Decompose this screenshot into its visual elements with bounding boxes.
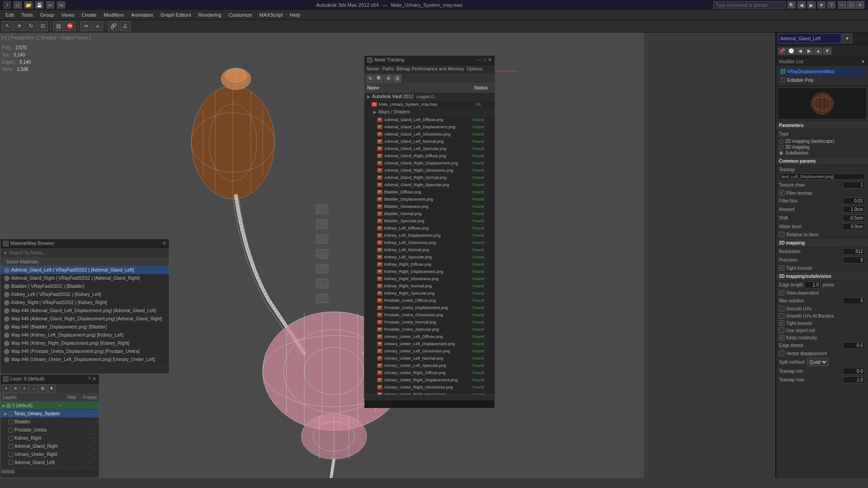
at-list-item[interactable]: PUrinary_Ureter_Left_Glossiness.pngFound [364,347,495,355]
max-subdivs-value[interactable]: 5 [843,297,865,304]
layer-item[interactable]: Kidney_Left—— [0,467,99,469]
material-list-item[interactable]: Map #46 (Adrenal_Gland_Right_Displacemen… [0,315,169,323]
smooth-uvs-check[interactable] [779,306,784,311]
layer-freeze-toggle[interactable]: — [81,419,99,424]
tool-move[interactable]: ✛ [14,21,24,31]
modifier-name-field[interactable]: Adrenal_Gland_Left [778,33,841,43]
vec-disp-check[interactable] [779,351,784,356]
at-list-item[interactable]: PBladder_Glossiness.pngFound [364,203,495,210]
at-group-item[interactable]: ▶Autodesk Vault 2012Logged O... [364,93,495,101]
smooth-borders-check[interactable] [779,313,784,319]
layer-add-sel-btn[interactable]: + [20,385,28,393]
resolution-value[interactable]: 512 [843,248,865,255]
search-options-icon[interactable]: ▼ [817,1,826,9]
layer-create-btn[interactable]: + [2,385,10,393]
rp-history-btn[interactable]: 🕐 [787,47,795,55]
edge-length-value[interactable]: 1.0 [805,282,821,288]
tool-link[interactable]: ⛓ [53,21,64,31]
at-minimize[interactable]: — [477,57,481,62]
rp-nav-prev-btn[interactable]: ◀ [796,47,804,55]
rp-pin-btn[interactable]: 📌 [778,47,786,55]
material-list-item[interactable]: Adrenal_Gland_Right ( VRayFastSSS2 ) [Ad… [0,274,169,282]
menu-item-animation[interactable]: Animation [127,11,157,19]
layer-vis-toggle[interactable]: — [63,403,81,408]
water-level-value[interactable]: 0.0cm [843,223,865,230]
amount-value[interactable]: 1.0cm [843,206,865,213]
tool-rotate[interactable]: ↻ [25,21,36,31]
menu-item-help[interactable]: Help [287,11,304,19]
modifier-item-vray[interactable]: VRayDisplacementMod [778,67,866,75]
view-dep-check[interactable]: ✓ [779,290,784,296]
material-list-item[interactable]: Kidney_Left ( VRayFastSSS2 ) [Kidney_Lef… [0,291,169,299]
win-minimize[interactable]: — [838,1,846,9]
tb-redo[interactable]: ↪ [57,1,65,9]
layer-item[interactable]: Bladder—— [0,418,99,426]
menu-item-modifiers[interactable]: Modifiers [100,11,127,19]
layers-hscroll[interactable] [0,469,99,474]
at-list-item[interactable]: PUrinary_Ureter_Right_Glossiness.pngFoun… [364,384,495,391]
material-list-item[interactable]: Bladder ( VRayFastSSS2 ) [Bladder] [0,282,169,291]
layer-freeze-toggle[interactable]: — [81,403,99,408]
layer-freeze-toggle[interactable]: — [81,452,99,457]
material-list-item[interactable]: Map #46 (Prostate_Uretra_Displacement.pn… [0,347,169,356]
rp-nav-next-btn[interactable]: ▶ [805,47,813,55]
at-list-item[interactable]: PKidney_Left_Glossiness.pngFound [364,239,495,246]
filter-blur-value[interactable]: 0.01 [843,197,865,204]
menu-item-graph-editors[interactable]: Graph Editors [157,11,195,19]
material-list-item[interactable]: Kidney_Right ( VRayFastSSS2 ) [Kidney_Ri… [0,299,169,307]
layer-vis-toggle[interactable]: — [63,436,81,441]
layer-freeze-toggle[interactable]: — [81,460,99,465]
layer-item[interactable]: ▶ 0 (default)✓—— [0,402,99,410]
at-list-item[interactable]: PBladder_Normal.pngFound [364,210,495,217]
layer-item[interactable]: Urinary_Ureter_Right—— [0,450,99,459]
layer-vis-toggle[interactable]: — [63,419,81,424]
tool-select[interactable]: ↖ [2,21,13,31]
at-list-item[interactable]: PUrinary_Ureter_Right_Normal.pngFound [364,391,495,394]
tool-angle[interactable]: ∠ [120,21,131,31]
tight-bounds-check[interactable]: ✓ [779,265,784,271]
tex-chan-value[interactable]: 1 [843,182,865,188]
at-list-item[interactable]: PBladder_Displacement.pngFound [364,196,495,203]
material-list-item[interactable]: Map #46 (Kidney_Left_Displacement.png) [… [0,331,169,339]
layer-settings-btn[interactable]: ⚙ [38,385,47,393]
at-menu-options[interactable]: Options [467,66,482,71]
material-list-item[interactable]: Map #46 (Urinary_Ureter_Left_Displacemen… [0,356,169,364]
tool-align[interactable]: ≡ [92,21,103,31]
precision-value[interactable]: 8 [843,257,865,263]
layer-vis-toggle[interactable]: — [63,460,81,465]
modifier-list-dropdown-btn[interactable]: ▼ [861,59,865,64]
at-list-item[interactable]: PAdrenal_Gland_Left_Diffuse.pngFound [364,116,495,123]
at-list-item[interactable]: PBladder_Diffuse.pngFound [364,188,495,196]
at-list-item[interactable]: PBladder_Specular.pngFound [364,217,495,225]
layer-vis-toggle[interactable]: — [63,468,81,469]
at-maximize[interactable]: □ [483,57,486,62]
at-menu-bitmap-performance-and-memory[interactable]: Bitmap Performance and Memory [396,66,464,71]
edge-thresh-value[interactable]: 0.5 [843,342,865,349]
search-input[interactable] [713,1,786,9]
win-close[interactable]: ✕ [856,1,864,9]
layer-freeze-toggle[interactable]: — [81,468,99,469]
at-list-item[interactable]: PKidney_Right_Normal.pngFound [364,282,495,290]
at-list-item[interactable]: PKidney_Right_Displacement.pngFound [364,268,495,275]
filter-texmap-check[interactable]: ✓ [779,190,784,196]
tb-undo[interactable]: ↩ [46,1,54,9]
menu-item-customize[interactable]: Customize [225,11,256,19]
layers-close[interactable]: ✕ [92,376,96,382]
layer-vis-toggle[interactable]: — [63,411,81,416]
shift-value[interactable]: -0.5cm [843,215,865,221]
layers-list[interactable]: ▶ 0 (default)✓——▶ Torso_Urinary_System——… [0,402,99,469]
at-list-item[interactable]: PAdrenal_Gland_Left_Normal.pngFound [364,138,495,145]
at-list-item[interactable]: PKidney_Left_Diffuse.pngFound [364,225,495,232]
at-list-item[interactable]: PProstate_Uretra_Diffuse.pngFound [364,297,495,304]
at-list-item[interactable]: PProstate_Uretra_Normal.pngFound [364,319,495,326]
use-obj-mtl-check[interactable] [779,328,784,333]
tight-bounds2-check[interactable]: ✓ [779,320,784,326]
layer-move-btn[interactable]: → [29,385,38,393]
menu-item-tools[interactable]: Tools [18,11,37,19]
at-list-item[interactable]: PAdrenal_Gland_Right_Glossiness.pngFound [364,167,495,174]
at-list-item[interactable]: PAdrenal_Gland_Right_Normal.pngFound [364,174,495,181]
menu-item-group[interactable]: Group [37,11,58,19]
rp-nav-up-btn[interactable]: ▲ [814,47,822,55]
help-icon[interactable]: ? [827,1,835,9]
at-list-item[interactable]: PAdrenal_Gland_Right_Specular.pngFound [364,181,495,188]
